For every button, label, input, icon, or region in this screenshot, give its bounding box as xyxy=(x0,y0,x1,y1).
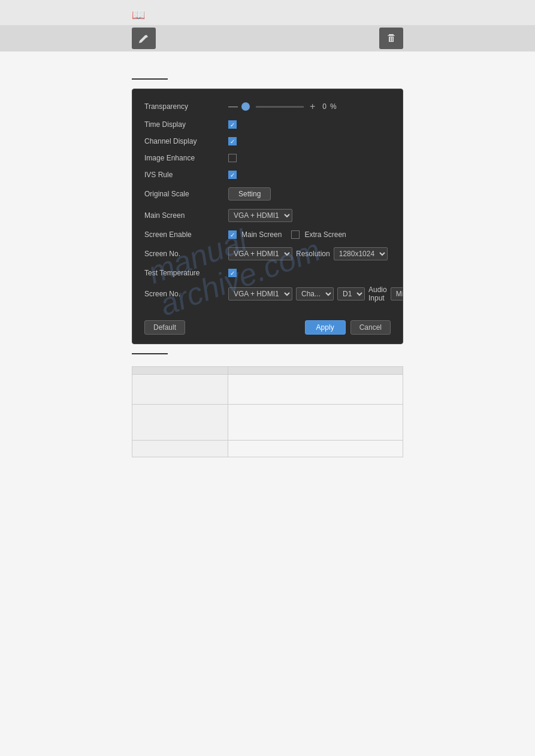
image-enhance-control xyxy=(228,154,237,162)
setting-button[interactable]: Setting xyxy=(228,187,271,201)
table-row1-col1 xyxy=(132,375,228,405)
settings-panel: manual archive.com Transparency — + 0 % … xyxy=(132,89,403,344)
image-enhance-checkbox[interactable] xyxy=(228,154,237,162)
original-scale-control: Setting xyxy=(228,187,271,201)
screen-no2-select[interactable]: VGA + HDMI1 xyxy=(228,287,292,300)
book-icon: 📖 xyxy=(132,9,145,21)
test-temperature-control xyxy=(228,269,237,277)
transparency-label: Transparency xyxy=(144,102,228,111)
audio-input-select[interactable]: Mix Output xyxy=(391,287,403,300)
table-row2-col2 xyxy=(228,405,403,441)
watermark-line2: archive.com xyxy=(155,233,325,323)
screen-no-row: Screen No. VGA + HDMI1 Resolution 1280x1… xyxy=(144,247,391,260)
main-screen-label: Main Screen xyxy=(144,211,228,220)
time-display-checkbox[interactable] xyxy=(228,120,237,129)
main-screen-select[interactable]: VGA + HDMI1 xyxy=(228,209,292,222)
channel-display-row: Channel Display xyxy=(144,137,391,145)
channel-display-checkbox[interactable] xyxy=(228,137,237,145)
default-button[interactable]: Default xyxy=(144,320,185,335)
slider-track[interactable] xyxy=(256,106,304,108)
original-scale-row: Original Scale Setting xyxy=(144,187,391,201)
table-row3-col2 xyxy=(228,441,403,457)
transparency-value: 0 xyxy=(322,102,327,111)
extra-screen-check-label: Extra Screen xyxy=(304,230,346,239)
time-display-row: Time Display xyxy=(144,120,391,129)
test-temperature-label: Test Temperature xyxy=(144,269,228,277)
screen-no2-control: VGA + HDMI1 Cha... D1 Audio Input Mix Ou… xyxy=(228,286,403,302)
book-icon-row: 📖 xyxy=(0,5,535,25)
content-area: manual archive.com Transparency — + 0 % … xyxy=(0,57,535,469)
transparency-minus[interactable]: — xyxy=(228,101,238,112)
ivs-rule-control xyxy=(228,171,237,179)
delete-button[interactable] xyxy=(379,28,403,49)
resolution-select[interactable]: 1280x1024 xyxy=(334,247,388,260)
resolution-label: Resolution xyxy=(296,250,330,258)
channel-val-select[interactable]: D1 xyxy=(337,287,365,300)
screen-enable-row: Screen Enable Main Screen Extra Screen xyxy=(144,230,391,239)
screen-no-select[interactable]: VGA + HDMI1 xyxy=(228,247,292,260)
screen-enable-label: Screen Enable xyxy=(144,230,228,239)
toolbar-buttons xyxy=(0,25,535,51)
channel-select[interactable]: Cha... xyxy=(296,287,334,300)
slider-handle[interactable] xyxy=(241,102,250,111)
main-screen-enable-checkbox[interactable] xyxy=(228,230,237,239)
table-col1-header xyxy=(132,367,228,375)
time-display-label: Time Display xyxy=(144,120,228,129)
toolbar-area: 📖 xyxy=(0,0,535,51)
image-enhance-label: Image Enhance xyxy=(144,154,228,162)
screen-no2-row: Screen No. VGA + HDMI1 Cha... D1 Audio I… xyxy=(144,286,391,302)
transparency-row: Transparency — + 0 % xyxy=(144,101,391,112)
table-row-3 xyxy=(132,441,403,457)
table-col2-header xyxy=(228,367,403,375)
section-divider-top xyxy=(132,78,168,80)
ivs-rule-row: IVS Rule xyxy=(144,171,391,179)
table-row-2 xyxy=(132,405,403,441)
screen-no2-label: Screen No. xyxy=(144,290,228,298)
screen-no-control: VGA + HDMI1 Resolution 1280x1024 xyxy=(228,247,388,260)
section-divider-bottom xyxy=(132,353,168,354)
channel-display-label: Channel Display xyxy=(144,137,228,145)
table-row3-col1 xyxy=(132,441,228,457)
test-temperature-row: Test Temperature xyxy=(144,269,391,277)
screen-enable-control: Main Screen Extra Screen xyxy=(228,230,346,239)
main-screen-check-label: Main Screen xyxy=(241,230,282,239)
transparency-control: — + 0 % xyxy=(228,101,337,112)
test-temperature-checkbox[interactable] xyxy=(228,269,237,277)
table-row1-col2 xyxy=(228,375,403,405)
table-header-row xyxy=(132,367,403,375)
footer-right-buttons: Apply Cancel xyxy=(305,320,391,335)
panel-footer: Default Apply Cancel xyxy=(144,314,391,335)
table-row2-col1 xyxy=(132,405,228,441)
extra-screen-enable-checkbox[interactable] xyxy=(291,230,300,239)
audio-input-label: Audio Input xyxy=(368,286,387,302)
original-scale-label: Original Scale xyxy=(144,190,228,198)
edit-button[interactable] xyxy=(132,28,156,49)
table-row-1 xyxy=(132,375,403,405)
ivs-rule-label: IVS Rule xyxy=(144,171,228,179)
image-enhance-row: Image Enhance xyxy=(144,154,391,162)
main-screen-row: Main Screen VGA + HDMI1 xyxy=(144,209,391,222)
channel-display-control xyxy=(228,137,237,145)
main-screen-control: VGA + HDMI1 xyxy=(228,209,292,222)
screen-no-label: Screen No. xyxy=(144,250,228,258)
apply-button[interactable]: Apply xyxy=(305,320,346,335)
cancel-button[interactable]: Cancel xyxy=(350,320,391,335)
time-display-control xyxy=(228,120,237,129)
ivs-rule-checkbox[interactable] xyxy=(228,171,237,179)
transparency-plus[interactable]: + xyxy=(310,101,315,112)
info-table xyxy=(132,366,403,457)
transparency-pct: % xyxy=(330,102,337,111)
